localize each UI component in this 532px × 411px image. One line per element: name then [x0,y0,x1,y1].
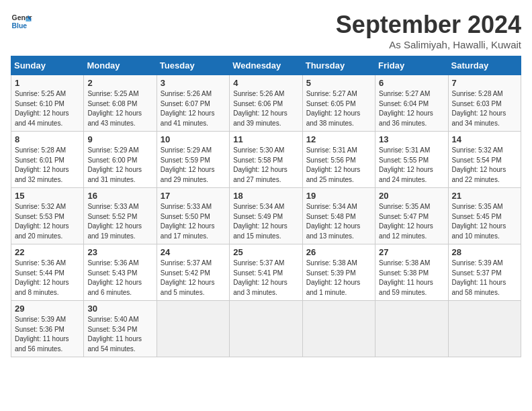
day-detail: Sunrise: 5:32 AMSunset: 5:54 PMDaylight:… [452,146,517,185]
calendar-cell: 17Sunrise: 5:33 AMSunset: 5:50 PMDayligh… [157,188,229,244]
day-detail: Sunrise: 5:34 AMSunset: 5:49 PMDaylight:… [233,202,298,241]
day-detail: Sunrise: 5:25 AMSunset: 6:08 PMDaylight:… [87,89,152,128]
calendar-cell: 23Sunrise: 5:36 AMSunset: 5:43 PMDayligh… [84,244,157,301]
header: General Blue September 2024 As Salimiyah… [11,11,521,50]
calendar-cell: 6Sunrise: 5:27 AMSunset: 6:04 PMDaylight… [375,75,448,132]
day-detail: Sunrise: 5:39 AMSunset: 5:36 PMDaylight:… [15,315,80,354]
day-number: 11 [233,134,298,144]
calendar-table: SundayMondayTuesdayWednesdayThursdayFrid… [11,56,521,357]
calendar-cell: 11Sunrise: 5:30 AMSunset: 5:58 PMDayligh… [230,132,302,188]
calendar-week: 8Sunrise: 5:28 AMSunset: 6:01 PMDaylight… [11,132,521,188]
day-detail: Sunrise: 5:32 AMSunset: 5:53 PMDaylight:… [15,202,80,241]
calendar-cell: 14Sunrise: 5:32 AMSunset: 5:54 PMDayligh… [448,132,521,188]
header-day: Friday [375,56,448,75]
day-number: 21 [452,191,517,201]
calendar-week: 29Sunrise: 5:39 AMSunset: 5:36 PMDayligh… [11,301,521,357]
header-day: Monday [84,56,157,75]
calendar-cell: 30Sunrise: 5:40 AMSunset: 5:34 PMDayligh… [84,301,157,357]
day-number: 29 [15,304,80,314]
day-number: 4 [233,78,298,88]
day-number: 12 [306,134,371,144]
day-number: 17 [161,191,226,201]
header-day: Wednesday [230,56,302,75]
day-detail: Sunrise: 5:38 AMSunset: 5:38 PMDaylight:… [379,259,444,298]
calendar-cell: 25Sunrise: 5:37 AMSunset: 5:41 PMDayligh… [230,244,302,301]
day-detail: Sunrise: 5:28 AMSunset: 6:03 PMDaylight:… [452,89,517,128]
calendar-cell: 18Sunrise: 5:34 AMSunset: 5:49 PMDayligh… [230,188,302,244]
day-number: 8 [15,134,80,144]
day-number: 16 [87,191,152,201]
calendar-cell: 20Sunrise: 5:35 AMSunset: 5:47 PMDayligh… [375,188,448,244]
header-day: Saturday [448,56,521,75]
day-detail: Sunrise: 5:27 AMSunset: 6:05 PMDaylight:… [306,89,371,128]
logo-icon: General Blue [11,11,32,32]
calendar-cell: 2Sunrise: 5:25 AMSunset: 6:08 PMDaylight… [84,75,157,132]
month-title: September 2024 [336,11,521,39]
day-detail: Sunrise: 5:26 AMSunset: 6:06 PMDaylight:… [233,89,298,128]
calendar-cell: 8Sunrise: 5:28 AMSunset: 6:01 PMDaylight… [11,132,84,188]
calendar-cell [157,301,229,357]
calendar-cell: 28Sunrise: 5:39 AMSunset: 5:37 PMDayligh… [448,244,521,301]
day-detail: Sunrise: 5:35 AMSunset: 5:45 PMDaylight:… [452,202,517,241]
logo: General Blue [11,11,32,32]
day-number: 1 [15,78,80,88]
day-number: 13 [379,134,444,144]
day-number: 14 [452,134,517,144]
calendar-cell: 29Sunrise: 5:39 AMSunset: 5:36 PMDayligh… [11,301,84,357]
header-day: Sunday [11,56,84,75]
day-detail: Sunrise: 5:33 AMSunset: 5:52 PMDaylight:… [87,202,152,241]
calendar-week: 15Sunrise: 5:32 AMSunset: 5:53 PMDayligh… [11,188,521,244]
day-number: 10 [161,134,226,144]
calendar-cell: 5Sunrise: 5:27 AMSunset: 6:05 PMDaylight… [302,75,375,132]
location-subtitle: As Salimiyah, Hawalli, Kuwait [336,39,521,50]
day-detail: Sunrise: 5:31 AMSunset: 5:55 PMDaylight:… [379,146,444,185]
day-number: 6 [379,78,444,88]
day-number: 18 [233,191,298,201]
day-number: 24 [161,247,226,257]
calendar-cell: 4Sunrise: 5:26 AMSunset: 6:06 PMDaylight… [230,75,302,132]
day-detail: Sunrise: 5:35 AMSunset: 5:47 PMDaylight:… [379,202,444,241]
day-number: 27 [379,247,444,257]
day-detail: Sunrise: 5:28 AMSunset: 6:01 PMDaylight:… [15,146,80,185]
day-detail: Sunrise: 5:25 AMSunset: 6:10 PMDaylight:… [15,89,80,128]
day-number: 15 [15,191,80,201]
day-number: 23 [87,247,152,257]
day-number: 28 [452,247,517,257]
calendar-cell: 15Sunrise: 5:32 AMSunset: 5:53 PMDayligh… [11,188,84,244]
day-detail: Sunrise: 5:27 AMSunset: 6:04 PMDaylight:… [379,89,444,128]
day-number: 9 [87,134,152,144]
calendar-cell: 22Sunrise: 5:36 AMSunset: 5:44 PMDayligh… [11,244,84,301]
calendar-cell [302,301,375,357]
day-detail: Sunrise: 5:33 AMSunset: 5:50 PMDaylight:… [161,202,226,241]
day-number: 3 [161,78,226,88]
calendar-cell: 24Sunrise: 5:37 AMSunset: 5:42 PMDayligh… [157,244,229,301]
day-detail: Sunrise: 5:29 AMSunset: 6:00 PMDaylight:… [87,146,152,185]
day-detail: Sunrise: 5:36 AMSunset: 5:44 PMDaylight:… [15,259,80,298]
calendar-cell [230,301,302,357]
calendar-week: 22Sunrise: 5:36 AMSunset: 5:44 PMDayligh… [11,244,521,301]
calendar-cell: 16Sunrise: 5:33 AMSunset: 5:52 PMDayligh… [84,188,157,244]
day-number: 20 [379,191,444,201]
day-number: 22 [15,247,80,257]
calendar-cell: 9Sunrise: 5:29 AMSunset: 6:00 PMDaylight… [84,132,157,188]
day-number: 7 [452,78,517,88]
day-detail: Sunrise: 5:37 AMSunset: 5:41 PMDaylight:… [233,259,298,298]
calendar-cell: 10Sunrise: 5:29 AMSunset: 5:59 PMDayligh… [157,132,229,188]
calendar-cell: 19Sunrise: 5:34 AMSunset: 5:48 PMDayligh… [302,188,375,244]
day-detail: Sunrise: 5:37 AMSunset: 5:42 PMDaylight:… [161,259,226,298]
day-detail: Sunrise: 5:38 AMSunset: 5:39 PMDaylight:… [306,259,371,298]
day-detail: Sunrise: 5:40 AMSunset: 5:34 PMDaylight:… [87,315,152,354]
day-detail: Sunrise: 5:26 AMSunset: 6:07 PMDaylight:… [161,89,226,128]
header-day: Tuesday [157,56,229,75]
calendar-week: 1Sunrise: 5:25 AMSunset: 6:10 PMDaylight… [11,75,521,132]
calendar-cell: 12Sunrise: 5:31 AMSunset: 5:56 PMDayligh… [302,132,375,188]
calendar-cell: 7Sunrise: 5:28 AMSunset: 6:03 PMDaylight… [448,75,521,132]
day-detail: Sunrise: 5:31 AMSunset: 5:56 PMDaylight:… [306,146,371,185]
day-number: 26 [306,247,371,257]
day-number: 30 [87,304,152,314]
svg-text:Blue: Blue [12,22,28,30]
calendar-cell: 13Sunrise: 5:31 AMSunset: 5:55 PMDayligh… [375,132,448,188]
day-detail: Sunrise: 5:36 AMSunset: 5:43 PMDaylight:… [87,259,152,298]
calendar-cell: 1Sunrise: 5:25 AMSunset: 6:10 PMDaylight… [11,75,84,132]
calendar-cell: 3Sunrise: 5:26 AMSunset: 6:07 PMDaylight… [157,75,229,132]
